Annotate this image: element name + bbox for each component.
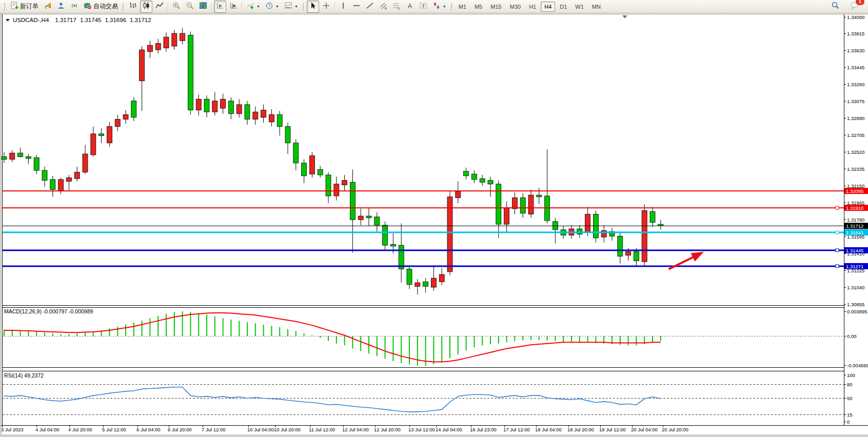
chart-shift-button[interactable] bbox=[227, 1, 240, 13]
crosshair-icon bbox=[322, 2, 330, 12]
arrows-button[interactable]: ▼ bbox=[430, 1, 448, 13]
line-handle-marker[interactable] bbox=[836, 265, 839, 268]
search-icon bbox=[831, 1, 840, 12]
period-m30-button[interactable]: M30 bbox=[506, 2, 524, 12]
period-m1-button[interactable]: M1 bbox=[455, 2, 470, 12]
ohlc-low: 1.31696 bbox=[105, 17, 126, 23]
candle-bullish bbox=[10, 153, 15, 159]
candle-bullish bbox=[66, 177, 71, 181]
candle-bearish bbox=[245, 105, 250, 119]
hline-price-tag-label: 1.31271 bbox=[846, 264, 863, 269]
window-left-edge bbox=[0, 13, 2, 437]
candle-bearish bbox=[553, 222, 558, 230]
megaphone-button[interactable] bbox=[42, 1, 54, 13]
indicators-icon bbox=[246, 2, 254, 12]
period-m5-button[interactable]: M5 bbox=[471, 2, 486, 12]
candle-bearish bbox=[488, 181, 493, 184]
equidistant-channel-button[interactable]: E bbox=[377, 1, 389, 13]
candle-bearish bbox=[423, 282, 428, 286]
time-tick-label: 10 Jul 20:00 bbox=[274, 427, 301, 432]
rsi-tick-label: 50 bbox=[847, 395, 853, 401]
templates-button[interactable]: ▼ bbox=[282, 1, 300, 13]
templates-icon bbox=[284, 2, 292, 12]
cursor-button[interactable] bbox=[307, 1, 319, 13]
candle-bearish bbox=[188, 35, 193, 110]
chat-button[interactable]: 1 bbox=[848, 1, 861, 13]
candle-bullish bbox=[164, 37, 169, 48]
time-tick-label: 18 Jul 20:00 bbox=[567, 427, 594, 432]
new-order-button[interactable]: 新订单 bbox=[8, 1, 41, 13]
text-button[interactable]: A bbox=[404, 1, 416, 13]
time-tick-label: 18 Jul 04:00 bbox=[535, 427, 562, 432]
candle-bearish bbox=[293, 143, 299, 163]
line-chart-icon bbox=[155, 2, 164, 12]
period-m15-button[interactable]: M15 bbox=[487, 2, 505, 12]
periods-button[interactable]: ▼ bbox=[263, 1, 281, 13]
period-mn-button[interactable]: MN bbox=[588, 2, 604, 12]
candle-bullish bbox=[107, 127, 112, 143]
line-handle-marker[interactable] bbox=[836, 249, 839, 252]
period-d1-button[interactable]: D1 bbox=[556, 2, 570, 12]
toolbar: 新订单 自动交易 bbox=[0, 0, 868, 13]
profile-icon bbox=[57, 2, 65, 12]
vertical-line-icon bbox=[339, 2, 347, 12]
toolbar-right-group: 1 bbox=[828, 1, 866, 13]
line-handle-marker[interactable] bbox=[836, 231, 839, 234]
trendline-button[interactable] bbox=[364, 1, 376, 13]
toolbar-grip[interactable] bbox=[450, 3, 453, 11]
macd-indicator-label: MACD(12,26,9) -0.000797 -0.000989 bbox=[4, 308, 93, 314]
price-tick-label: 1.32520 bbox=[847, 149, 864, 155]
candle-bearish bbox=[537, 195, 542, 197]
vertical-line-button[interactable] bbox=[337, 1, 349, 13]
candle-bullish bbox=[334, 184, 339, 196]
autotrading-label: 自动交易 bbox=[93, 2, 118, 11]
candle-bullish bbox=[585, 214, 590, 233]
period-w1-button[interactable]: W1 bbox=[571, 2, 587, 12]
search-button[interactable] bbox=[829, 1, 842, 13]
tile-windows-button[interactable] bbox=[197, 1, 209, 13]
new-order-icon bbox=[10, 2, 18, 12]
time-tick-label: 4 Jul 20:00 bbox=[68, 427, 92, 432]
chevron-down-icon: ▼ bbox=[275, 5, 279, 8]
cursor-icon bbox=[309, 2, 317, 12]
zoom-in-button[interactable] bbox=[170, 1, 183, 13]
candle-bearish bbox=[326, 175, 331, 196]
price-tick-label: 1.33630 bbox=[847, 48, 864, 53]
candle-bearish bbox=[496, 184, 501, 224]
candle-bullish bbox=[83, 154, 88, 172]
candle-bearish bbox=[464, 171, 469, 176]
auto-scroll-button[interactable] bbox=[214, 1, 226, 13]
fibonacci-button[interactable]: F bbox=[390, 1, 403, 13]
time-tick-label: 6 Jul 20:00 bbox=[168, 427, 191, 432]
toolbar-grip[interactable] bbox=[122, 3, 125, 11]
autotrading-button[interactable]: 自动交易 bbox=[82, 1, 120, 13]
hline-price-tag-label: 1.32095 bbox=[846, 188, 863, 194]
trading-terminal: 新订单 自动交易 bbox=[0, 0, 868, 437]
zoom-out-button[interactable] bbox=[184, 1, 196, 13]
profile-button[interactable] bbox=[55, 1, 67, 13]
line-handle-marker[interactable] bbox=[836, 206, 839, 209]
rsi-tick-label: 15 bbox=[847, 412, 853, 418]
chart-area[interactable]: 1.340001.338151.336301.334451.332601.330… bbox=[0, 0, 868, 437]
crosshair-button[interactable] bbox=[320, 1, 332, 13]
toolbar-grip[interactable] bbox=[302, 3, 305, 11]
candle-bearish bbox=[618, 236, 623, 256]
price-tick-label: 1.33075 bbox=[847, 98, 864, 104]
symbol-dropdown-icon[interactable] bbox=[6, 19, 10, 22]
text-label-button[interactable]: T bbox=[417, 1, 429, 13]
trendline-icon bbox=[366, 2, 374, 12]
toolbar-grip[interactable] bbox=[4, 3, 6, 11]
bar-chart-button[interactable] bbox=[127, 1, 139, 13]
period-h4-button[interactable]: H4 bbox=[541, 2, 555, 12]
chevron-down-icon: ▼ bbox=[294, 5, 298, 8]
signals-button[interactable] bbox=[68, 1, 81, 13]
time-tick-label: 3 Jul 2023 bbox=[1, 427, 24, 432]
period-h1-button[interactable]: H1 bbox=[525, 2, 540, 12]
svg-text:T: T bbox=[422, 3, 425, 8]
line-chart-button[interactable] bbox=[153, 1, 166, 13]
candle-bearish bbox=[131, 101, 136, 117]
candlestick-chart-button[interactable] bbox=[140, 1, 152, 13]
candle-bearish bbox=[350, 182, 355, 220]
indicators-button[interactable]: ▼ bbox=[244, 1, 262, 13]
horizontal-line-button[interactable] bbox=[350, 1, 363, 13]
